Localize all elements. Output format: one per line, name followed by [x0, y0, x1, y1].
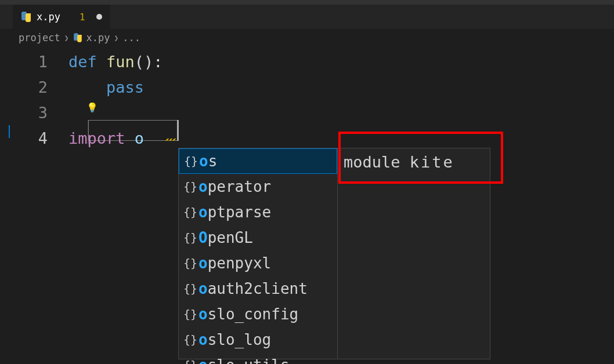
code-line[interactable]: 4import o	[0, 125, 614, 151]
autocomplete-item[interactable]: {}os	[179, 148, 337, 174]
autocomplete-label: oauth2client	[198, 280, 308, 297]
code-line[interactable]: 2 pass	[0, 74, 614, 100]
code-content[interactable]: import o	[68, 129, 144, 147]
detail-label: module	[344, 153, 400, 171]
breadcrumb-root[interactable]: project	[19, 32, 60, 43]
breadcrumb-symbol[interactable]: ...	[122, 32, 140, 43]
lightbulb-icon[interactable]: 💡	[86, 102, 98, 113]
warning-squiggle	[165, 139, 176, 141]
autocomplete-item[interactable]: {}openpyxl	[179, 250, 337, 276]
breadcrumb-file[interactable]: x.py	[73, 32, 110, 43]
autocomplete-item[interactable]: {}oslo_log	[179, 327, 337, 352]
autocomplete-label: openpyxl	[198, 254, 271, 272]
module-icon: {}	[183, 333, 195, 347]
python-icon	[21, 12, 31, 22]
tab-modified-dot	[96, 14, 102, 20]
module-icon: {}	[183, 231, 195, 245]
module-icon: {}	[183, 256, 195, 270]
autocomplete-item[interactable]: {}operator	[179, 174, 337, 199]
line-number: 1	[0, 53, 68, 71]
line-number: 2	[0, 78, 68, 96]
autocomplete-item[interactable]: {}oslo_utils	[179, 352, 337, 364]
autocomplete-label: os	[199, 152, 217, 170]
breadcrumb[interactable]: project ❯ x.py ❯ ...	[0, 29, 614, 46]
module-icon: {}	[183, 180, 195, 194]
autocomplete-item[interactable]: {}oauth2client	[179, 276, 337, 301]
detail-source: kite	[410, 153, 454, 171]
code-content[interactable]: pass	[68, 78, 144, 96]
gutter-decoration	[9, 125, 10, 138]
module-icon: {}	[183, 307, 195, 321]
autocomplete-item[interactable]: {}optparse	[179, 199, 337, 225]
text-cursor	[177, 120, 179, 141]
autocomplete-label: oslo_config	[198, 305, 298, 323]
autocomplete-popup[interactable]: {}os{}operator{}optparse{}OpenGL{}openpy…	[178, 148, 490, 359]
autocomplete-item[interactable]: {}oslo_config	[179, 301, 337, 327]
module-icon: {}	[183, 282, 195, 296]
tab-bar: x.py 1	[0, 5, 614, 29]
autocomplete-label: optparse	[198, 203, 271, 221]
titlebar-stub	[0, 0, 614, 5]
tab-filename: x.py	[37, 11, 60, 23]
tab-problem-badge: 1	[80, 12, 85, 23]
code-editor[interactable]: 💡 1def fun():2 pass34import o	[0, 46, 614, 151]
autocomplete-list[interactable]: {}os{}operator{}optparse{}OpenGL{}openpy…	[179, 148, 337, 359]
chevron-right-icon: ❯	[114, 34, 118, 42]
tab-xpy[interactable]: x.py 1	[13, 5, 110, 29]
chevron-right-icon: ❯	[64, 34, 69, 42]
autocomplete-detail: module kite	[337, 148, 490, 359]
code-content[interactable]: def fun():	[68, 53, 163, 71]
line-number: 4	[0, 129, 68, 147]
module-icon: {}	[184, 154, 196, 168]
line-number: 3	[0, 104, 68, 122]
autocomplete-label: operator	[198, 178, 271, 195]
python-icon	[74, 33, 82, 42]
code-line[interactable]: 1def fun():	[0, 49, 614, 74]
autocomplete-label: oslo_utils	[198, 356, 290, 364]
autocomplete-item[interactable]: {}OpenGL	[179, 225, 337, 250]
module-icon: {}	[183, 358, 195, 364]
autocomplete-label: OpenGL	[198, 229, 253, 246]
autocomplete-label: oslo_log	[198, 331, 271, 348]
module-icon: {}	[183, 205, 195, 219]
